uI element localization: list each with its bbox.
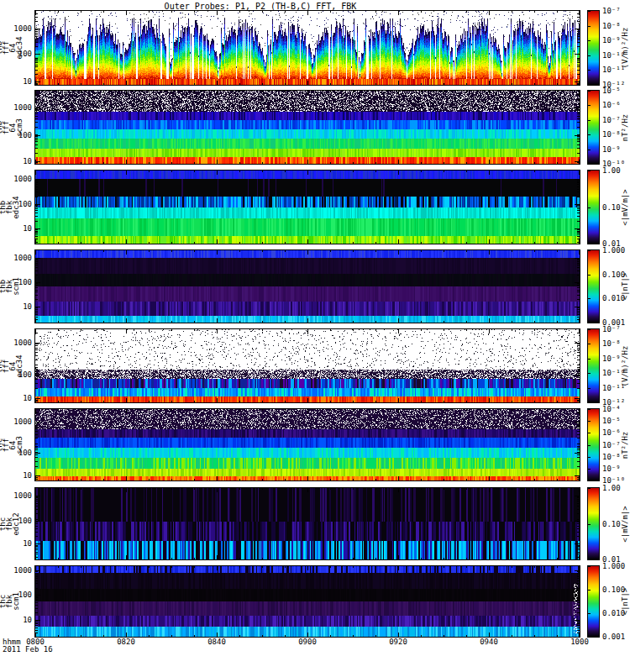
colorbar-tick-label: 0.001: [602, 633, 625, 641]
panel-thb_fbk_scm1: [34, 249, 580, 323]
y-tick-label: 100: [0, 200, 32, 208]
panel-thb_fff_64_scm3: [34, 90, 580, 165]
panel-thc_fbk_scm1: [34, 565, 580, 638]
colorbar-thc_fff_64_edc34: [587, 328, 600, 403]
colorbar-tick-label: 10⁻⁵: [602, 417, 621, 425]
panel-thb_fff_64_edc34: [34, 10, 580, 86]
colorbar-tick-label: 10⁻⁹: [602, 354, 621, 363]
colorbar-gradient: [588, 409, 599, 480]
colorbar-tick-label: 10⁻⁶: [602, 101, 621, 109]
colorbar-tick-label: 10⁻⁹: [602, 145, 621, 154]
y-tick-label: 10: [0, 394, 32, 402]
y-tick-label: 100: [0, 449, 32, 457]
colorbar-tick-label: 0.10: [602, 203, 621, 212]
y-tick-label: 1000: [0, 417, 32, 426]
panel-thc_fff_64_scm3: [34, 408, 580, 481]
colorbar-gradient: [588, 250, 599, 323]
colorbar-unit-thb_fbk_scm1: <|nT|>: [621, 273, 629, 301]
panel-thc_fff_64_edc34: [34, 328, 580, 403]
spectrogram-thc_fbk_scm1: [35, 566, 580, 637]
colorbar-tick-label: 10⁻⁷: [602, 325, 621, 333]
colorbar-thb_fff_64_scm3: [587, 90, 600, 165]
colorbar-tick-label: 10⁻⁷: [602, 116, 621, 124]
colorbar-tick-label: 1.000: [602, 246, 625, 255]
colorbar-tick-label: 1.00: [602, 484, 621, 492]
colorbar-tick-label: 10⁻⁵: [602, 87, 621, 95]
y-tick-label: 10: [0, 539, 32, 548]
y-tick-label: 10: [0, 302, 32, 311]
colorbar-thb_fbk_scm1: [587, 249, 600, 323]
colorbar-tick-label: 10⁻⁸: [602, 22, 621, 30]
spectrogram-thb_fff_64_scm3: [35, 91, 580, 164]
colorbar-gradient: [588, 329, 599, 402]
y-tick-label: 100: [0, 517, 32, 525]
colorbar-unit-thc_fbk_scm1: <|nT|>: [621, 588, 629, 616]
spectrogram-thc_fff_64_scm3: [35, 409, 580, 480]
y-tick-label: 1000: [0, 24, 32, 33]
colorbar-tick-label: 1.000: [602, 562, 625, 570]
y-tick-label: 10: [0, 157, 32, 165]
colorbar-gradient: [588, 171, 599, 244]
y-tick-label: 100: [0, 370, 32, 379]
colorbar-unit-thb_fff_64_edc34: (V/m)²/Hz: [621, 28, 629, 69]
y-tick-label: 1000: [0, 175, 32, 183]
spectrogram-thb_fbk_edc34: [35, 171, 580, 244]
colorbar-tick-label: 1.00: [602, 166, 621, 175]
y-tick-label: 100: [0, 131, 32, 139]
colorbar-unit-thb_fff_64_scm3: nT²/Hz: [621, 113, 629, 141]
time-tick-label: 0800: [26, 638, 45, 646]
colorbar-tick-label: 10⁻⁹: [602, 465, 621, 473]
colorbar-gradient: [588, 566, 599, 637]
colorbar-thb_fff_64_edc34: [587, 10, 600, 86]
y-tick-label: 1000: [0, 254, 32, 262]
colorbar-tick-label: 10⁻⁸: [602, 453, 621, 461]
spectrogram-thc_fff_64_edc34: [35, 329, 580, 402]
colorbar-tick-label: 10⁻⁷: [602, 7, 621, 15]
time-tick-label: 0920: [389, 638, 407, 646]
spectrogram-thb_fff_64_edc34: [35, 11, 580, 85]
colorbar-tick-label: 10⁻⁹: [602, 36, 621, 45]
colorbar-unit-thc_fff_64_scm3: nT²/Hz: [621, 431, 629, 459]
colorbar-tick-label: 0.10: [602, 520, 621, 528]
colorbar-unit-thc_fff_64_edc34: (V/m)²/Hz: [621, 345, 629, 386]
panel-thb_fbk_edc34: [34, 170, 580, 244]
colorbar-thc_fff_64_scm3: [587, 408, 600, 481]
spectrogram-thc_fbk_edc12: [35, 488, 580, 559]
colorbar-unit-thc_fbk_edc12: <|mV/m|>: [621, 506, 629, 542]
y-tick-label: 1000: [0, 566, 32, 575]
colorbar-tick-label: 10⁻⁷: [602, 441, 621, 449]
colorbar-tick-label: 10⁻⁴: [602, 405, 621, 413]
colorbar-gradient: [588, 488, 599, 559]
time-tick-label: 0940: [480, 638, 498, 646]
colorbar-gradient: [588, 91, 599, 164]
y-tick-label: 10: [0, 224, 32, 233]
y-tick-label: 10: [0, 77, 32, 86]
colorbar-tick-label: 10⁻⁸: [602, 339, 621, 348]
colorbar-unit-thb_fbk_edc34: <|mV/m|>: [621, 189, 629, 225]
time-tick-label: 1000: [570, 638, 589, 646]
y-tick-label: 1000: [0, 339, 32, 347]
time-tick-label: 0820: [117, 638, 135, 646]
colorbar-tick-label: 10⁻⁶: [602, 428, 621, 437]
y-tick-label: 100: [0, 278, 32, 286]
y-tick-label: 100: [0, 50, 32, 58]
y-tick-label: 10: [0, 471, 32, 480]
date-label: 2011 Feb 16: [3, 645, 53, 654]
colorbar-tick-label: 10⁻⁸: [602, 130, 621, 139]
y-tick-label: 100: [0, 591, 32, 599]
y-tick-label: 1000: [0, 103, 32, 112]
colorbar-thc_fbk_edc12: [587, 487, 600, 560]
panel-thc_fbk_edc12: [34, 487, 580, 560]
time-tick-label: 0900: [298, 638, 317, 646]
tplot-spectrogram-figure: Outer Probes: P1, P2 (TH-B,C) FFT, FBK h…: [0, 0, 630, 672]
y-tick-label: 10: [0, 616, 32, 624]
colorbar-thc_fbk_scm1: [587, 565, 600, 638]
y-tick-label: 1000: [0, 491, 32, 500]
spectrogram-thb_fbk_scm1: [35, 250, 580, 323]
colorbar-gradient: [588, 11, 599, 85]
colorbar-thb_fbk_edc34: [587, 170, 600, 244]
time-tick-label: 0840: [207, 638, 226, 646]
